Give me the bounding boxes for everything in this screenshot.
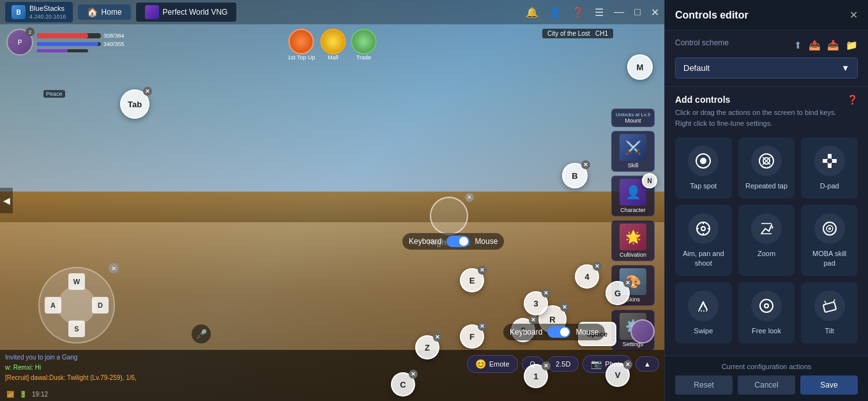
scheme-dropdown[interactable]: Default ▼ (675, 57, 858, 79)
tap-spot-icon (688, 146, 719, 176)
b-key[interactable]: B ✕ (562, 163, 588, 188)
game-tab[interactable]: Perfect World VNG (136, 3, 237, 22)
v-close-icon[interactable]: ✕ (623, 360, 632, 369)
tilt-label: Tilt (825, 326, 834, 335)
character-btn[interactable]: N 👤 Character (611, 176, 655, 216)
dpad-icon (814, 146, 845, 176)
key-4[interactable]: 4 ✕ (575, 264, 599, 289)
kb-mouse-toggle-2[interactable]: Keyboard Mouse (503, 324, 605, 340)
hp-bar (37, 33, 101, 38)
key-1[interactable]: 1 ✕ (524, 364, 548, 388)
toggle-knob-1 (459, 237, 468, 246)
top-up-btn[interactable]: 1st Top Up (288, 29, 316, 61)
c-close-icon[interactable]: ✕ (409, 370, 418, 379)
key-3[interactable]: 3 ✕ (524, 291, 548, 315)
account-icon[interactable]: 👤 (549, 6, 561, 19)
current-config-label: Current configuration actions (675, 363, 858, 370)
moba-icon (814, 213, 845, 244)
folder-scheme-icon[interactable]: 📁 (846, 40, 858, 51)
control-swipe[interactable]: Swipe (675, 282, 732, 344)
chat-line-1: Invited you to join a Gang (5, 352, 467, 363)
tab-key[interactable]: Tab ✕ (120, 89, 149, 119)
keyboard-mouse-toggle-1[interactable]: Keyboard Mouse (402, 233, 504, 250)
z-key[interactable]: Z ✕ (415, 335, 439, 359)
app-version: 4.240.20.1016 (29, 13, 66, 20)
add-controls-header: Add controls ❓ (675, 95, 858, 105)
toggle-switch-2[interactable] (547, 326, 570, 338)
aim-label: Aim, pan and shoot (681, 249, 726, 268)
mall-btn[interactable]: Mall (320, 29, 346, 61)
control-tap-spot[interactable]: Tap spot (675, 137, 732, 199)
r-close-icon[interactable]: ✕ (560, 303, 569, 312)
n-key[interactable]: N (642, 173, 657, 188)
m-key[interactable]: M (627, 54, 653, 80)
bottom-toolbar: Invited you to join a Gang w: Remxi: Hi … (0, 350, 664, 401)
3-close-icon[interactable]: ✕ (542, 289, 551, 298)
chat-line-2: w: Remxi: Hi (5, 363, 467, 373)
import-scheme-icon[interactable]: 📥 (827, 40, 839, 51)
home-tab[interactable]: 🏠 Home (78, 4, 131, 20)
g-key[interactable]: G ✕ (605, 281, 630, 305)
f-close-icon[interactable]: ✕ (478, 322, 487, 331)
kb-mouse-toggle-1[interactable]: Keyboard Mouse (402, 233, 504, 250)
g-close-icon[interactable]: ✕ (623, 278, 632, 287)
avatar-bottom[interactable] (630, 319, 655, 344)
keyboard-mouse-toggle-2[interactable]: Keyboard Mouse (503, 324, 605, 340)
expand-button[interactable]: ▲ (636, 356, 659, 372)
control-zoom[interactable]: Zoom (738, 205, 795, 276)
svg-point-8 (701, 227, 705, 231)
current-config-section: Current configuration actions Reset Canc… (665, 356, 868, 401)
side-arrow-left[interactable]: ◀ (0, 188, 13, 213)
save-button[interactable]: Save (800, 375, 858, 395)
control-dpad[interactable]: D-pad (801, 137, 858, 199)
mic-icon[interactable]: 🎤 (192, 324, 211, 344)
svg-line-21 (834, 299, 835, 302)
bluestacks-icon: B (11, 5, 26, 19)
upload-scheme-icon[interactable]: ⬆ (794, 40, 802, 51)
toggle-knob-2 (560, 328, 569, 337)
notification-icon[interactable]: 🔔 (526, 6, 538, 19)
right-click-close-icon[interactable]: ✕ (465, 193, 474, 202)
control-repeated-tap[interactable]: Repeated tap (738, 137, 795, 199)
reset-button[interactable]: Reset (675, 375, 733, 395)
help-icon[interactable]: ❓ (572, 6, 584, 19)
b-close-icon[interactable]: ✕ (581, 160, 590, 169)
4-close-icon[interactable]: ✕ (593, 262, 602, 271)
control-tilt[interactable]: Tilt (801, 282, 858, 344)
e-close-icon[interactable]: ✕ (478, 266, 487, 275)
export-scheme-icon[interactable]: 📤 (809, 40, 821, 51)
v-key[interactable]: V ✕ (605, 363, 630, 387)
close-app-icon[interactable]: ✕ (651, 6, 659, 19)
2-close-icon[interactable]: ✕ (529, 315, 538, 324)
f-key[interactable]: F ✕ (460, 324, 484, 349)
controls-editor-panel: Controls editor ✕ Control scheme ⬆ 📤 📥 📁… (664, 0, 868, 401)
add-controls-help-icon[interactable]: ❓ (847, 95, 858, 105)
trade-btn[interactable]: Trade (351, 29, 376, 61)
mp-fill (37, 42, 98, 46)
controls-grid: Tap spot Repeated tap (675, 137, 858, 344)
tab-close-icon[interactable]: ✕ (143, 87, 152, 96)
1-close-icon[interactable]: ✕ (542, 361, 551, 370)
view-toggle-button[interactable]: 2.5D (547, 356, 579, 372)
cancel-button[interactable]: Cancel (738, 375, 795, 395)
joystick-close-btn[interactable]: ✕ (109, 263, 119, 273)
restore-icon[interactable]: □ (634, 6, 641, 18)
control-aim[interactable]: Aim, pan and shoot (675, 205, 732, 276)
editor-close-button[interactable]: ✕ (849, 9, 858, 21)
z-close-icon[interactable]: ✕ (433, 333, 442, 342)
menu-icon[interactable]: ☰ (595, 6, 604, 19)
svg-rect-19 (823, 302, 835, 312)
c-key[interactable]: C ✕ (391, 372, 415, 397)
joystick-center (57, 286, 96, 324)
mp-text: 340/355 (103, 41, 125, 47)
control-moba[interactable]: MOBA skill pad (801, 205, 858, 276)
control-freelook[interactable]: Free look (738, 282, 795, 344)
e-key[interactable]: E ✕ (460, 268, 484, 292)
joystick-control[interactable]: ✕ W A S D (38, 267, 115, 344)
emote-button[interactable]: 😊 Emote (467, 355, 518, 373)
zoom-icon (751, 213, 782, 244)
minimize-icon[interactable]: — (614, 6, 624, 18)
skill-btn[interactable]: ⚔️ Skill (611, 131, 655, 172)
toggle-switch-1[interactable] (446, 236, 469, 247)
cultivation-btn[interactable]: 🌟 Cultivation (611, 220, 655, 261)
